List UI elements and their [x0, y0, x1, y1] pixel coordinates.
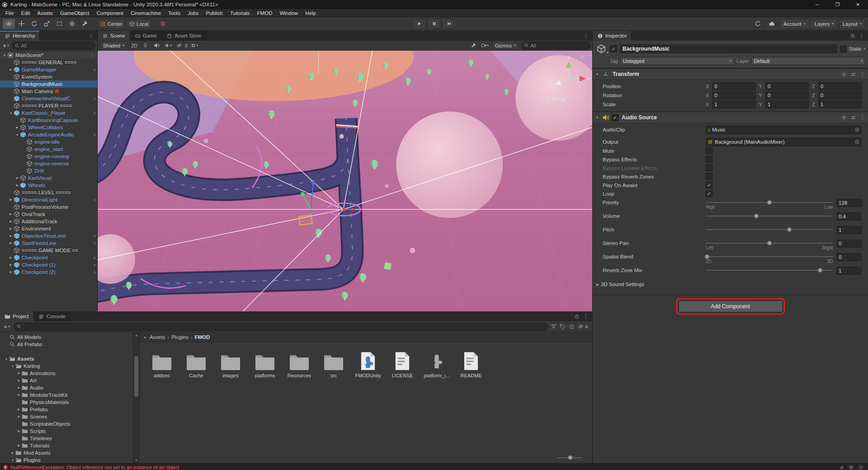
output-object-field[interactable]: Background (MainAudioMixer)	[706, 138, 862, 146]
x-field[interactable]: 1	[712, 100, 755, 108]
rect-tool-button[interactable]	[53, 19, 66, 29]
priority-slider[interactable]: HighLow	[706, 199, 833, 210]
hierarchy-item[interactable]: ▶ StartFinishLine ›	[0, 240, 97, 247]
menu-component[interactable]: Component	[93, 10, 127, 16]
progress-icon[interactable]	[858, 465, 863, 470]
open-prefab-arrow[interactable]: ›	[94, 197, 97, 203]
asset-item[interactable]: Resources	[283, 348, 315, 378]
expander-icon[interactable]: ▶	[16, 371, 22, 375]
project-search-input[interactable]	[14, 323, 548, 331]
reverb-zone-mix-slider[interactable]	[706, 267, 833, 277]
expander-icon[interactable]: ▶	[16, 408, 22, 411]
grid-visibility-dropdown[interactable]: ▾	[190, 42, 199, 49]
save-search-star-icon[interactable]	[569, 324, 575, 329]
scene-lighting-button[interactable]	[141, 42, 150, 49]
foldout-open-icon[interactable]: ▼	[595, 116, 600, 120]
expander-icon[interactable]: ▶	[14, 183, 20, 187]
hierarchy-item[interactable]: KartBouncingCapsule	[0, 117, 97, 124]
scrollbar-thumb[interactable]	[134, 356, 138, 397]
hierarchy-item[interactable]: ▶ GameManager ›	[0, 66, 97, 73]
asset-item[interactable]: FMODUnity	[352, 348, 384, 378]
hierarchy-item[interactable]: ▶ Checkpoint (2) ›	[0, 268, 97, 276]
menu-jobs[interactable]: Jobs	[184, 10, 202, 16]
breadcrumb-item[interactable]: Assets	[150, 334, 165, 340]
scene-effects-dropdown[interactable]: ▾	[164, 42, 173, 49]
project-tree-item[interactable]: ▶ Scenes	[0, 413, 139, 420]
project-tree-item[interactable]: Timelines	[0, 435, 139, 442]
expander-icon[interactable]: ▶	[8, 227, 14, 230]
expander-icon[interactable]: ▶	[16, 429, 22, 433]
kebab-icon[interactable]: ⋮	[88, 33, 94, 39]
stereo-pan-slider[interactable]: LeftRight	[706, 240, 833, 250]
y-field[interactable]: 0	[765, 82, 809, 90]
pause-button[interactable]	[427, 19, 441, 29]
hierarchy-item[interactable]: BackgroundMusic	[0, 80, 97, 88]
project-tree-item[interactable]: ScriptableObjects	[0, 420, 139, 428]
open-prefab-arrow[interactable]: ›	[94, 262, 97, 268]
project-tree-item[interactable]: ▶ Animations	[0, 370, 139, 377]
expander-icon[interactable]: ▶	[14, 176, 20, 180]
slider-knob[interactable]	[568, 456, 572, 460]
hierarchy-item[interactable]: ▼ MainScene* ⋮	[0, 52, 97, 59]
expander-icon[interactable]: ▶	[8, 220, 14, 223]
pitch-value-field[interactable]: 1	[836, 226, 862, 234]
hierarchy-item[interactable]: ▶ KartVisual	[0, 174, 97, 182]
volume-slider[interactable]	[706, 212, 833, 223]
account-dropdown[interactable]: Account▾	[780, 19, 809, 29]
expander-icon[interactable]: ▶	[8, 212, 14, 216]
menu-fmod[interactable]: FMOD	[254, 10, 276, 16]
create-object-button[interactable]: +▾	[2, 42, 10, 49]
hierarchy-item[interactable]: ▶ Checkpoint ›	[0, 254, 97, 261]
project-tree-scrollbar[interactable]: ▲ ▼	[133, 332, 139, 463]
custom-tool-button[interactable]	[79, 19, 91, 29]
component-enabled-checkbox[interactable]: ✓	[612, 114, 618, 121]
hierarchy-item[interactable]: ▶ OvalTrack	[0, 211, 97, 218]
project-tree-item[interactable]: ▶ Prefabs	[0, 406, 139, 413]
open-prefab-arrow[interactable]: ›	[94, 254, 97, 261]
transform-tool-button[interactable]	[66, 19, 78, 29]
expander-icon[interactable]: ▶	[8, 270, 14, 274]
tab-hierarchy[interactable]: Hierarchy	[0, 31, 40, 41]
transform-component-header[interactable]: ▼ Transform ? ⋮	[593, 68, 868, 80]
loop-checkbox[interactable]: ✓	[706, 190, 712, 197]
spatial-blend-value-field[interactable]: 0	[836, 253, 862, 261]
cloud-button[interactable]	[766, 19, 778, 29]
hierarchy-item[interactable]: engine_start	[0, 146, 97, 153]
expander-icon[interactable]: ▶	[8, 198, 14, 202]
asset-item[interactable]: images	[215, 348, 246, 378]
asset-item[interactable]: README	[455, 348, 487, 378]
open-prefab-arrow[interactable]: ›	[94, 66, 97, 73]
menu-publish[interactable]: Publish	[202, 10, 226, 16]
expander-icon[interactable]: ▼	[4, 357, 9, 361]
spatial-blend-slider[interactable]: 2D3D	[706, 253, 833, 264]
bypass-effects-checkbox[interactable]	[706, 156, 712, 163]
open-prefab-arrow[interactable]: ›	[94, 233, 97, 239]
help-icon[interactable]: ?	[841, 71, 847, 77]
y-field[interactable]: 0	[765, 91, 809, 99]
project-tree-item[interactable]: ▶ Tutorials	[0, 442, 139, 449]
tab-console[interactable]: Console	[34, 311, 71, 321]
slider-knob[interactable]	[767, 200, 772, 205]
expander-icon[interactable]: ▶	[14, 126, 20, 129]
object-picker-icon[interactable]	[854, 139, 860, 145]
persp-label[interactable]: < Persp	[547, 96, 566, 103]
gameobject-cube-icon[interactable]: ▾	[595, 43, 607, 55]
hierarchy-item[interactable]: ===== GENERAL ====	[0, 59, 97, 66]
bypass-reverb-zones-checkbox[interactable]	[706, 173, 712, 180]
tab-scene[interactable]: Scene	[98, 31, 130, 41]
scroll-up-icon[interactable]: ▲	[135, 332, 138, 338]
project-tree-item[interactable]: ▶ ModularTrackKit	[0, 391, 139, 399]
asset-item[interactable]: LICENSE	[387, 348, 418, 378]
search-by-label-icon[interactable]	[560, 324, 566, 329]
add-component-button[interactable]: Add Component	[679, 301, 783, 312]
priority-value-field[interactable]: 128	[836, 199, 862, 207]
reverb-zone-mix-value-field[interactable]: 1	[836, 267, 862, 275]
console-error-message[interactable]: NullReferenceException: Object reference…	[10, 465, 179, 470]
menu-edit[interactable]: Edit	[18, 10, 34, 16]
asset-item[interactable]: platforms	[249, 348, 281, 378]
asset-item[interactable]: addons	[146, 348, 178, 378]
expander-icon[interactable]: ▼	[10, 459, 15, 462]
play-button[interactable]	[412, 19, 426, 29]
slider-knob[interactable]	[754, 214, 759, 218]
project-tree-item[interactable]: ▼ Assets	[0, 355, 139, 362]
